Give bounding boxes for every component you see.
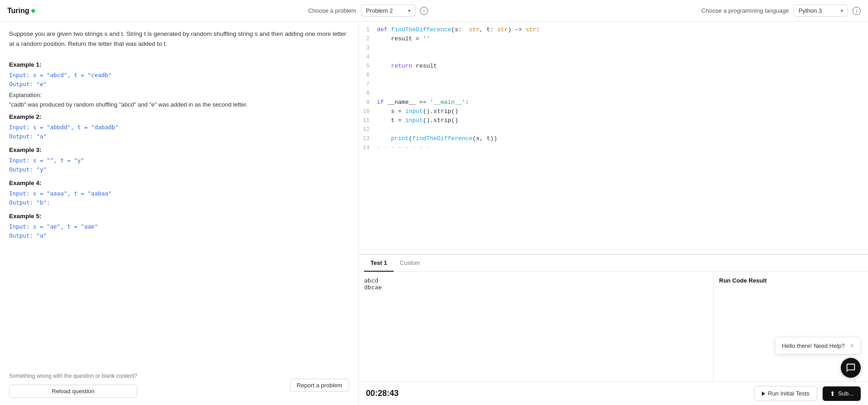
wrong-content-text: Something wrong with the question or bla… bbox=[9, 373, 137, 379]
code-line-2: 2 result = '' bbox=[359, 34, 868, 44]
line-number-8: 8 bbox=[359, 89, 377, 98]
upload-icon: ⬆ bbox=[830, 390, 835, 397]
run-button-label: Run Initial Tests bbox=[768, 390, 810, 397]
example-4-output: Output: "b": bbox=[9, 198, 349, 207]
line-number-7: 7 bbox=[359, 80, 377, 89]
example-2-title: Example 2: bbox=[9, 113, 349, 120]
test1-line2: dbcae bbox=[364, 284, 708, 291]
close-chat-icon[interactable]: × bbox=[850, 342, 854, 349]
example-5-title: Example 5: bbox=[9, 213, 349, 220]
problem-description: Suppose you are given two strings s and … bbox=[9, 29, 349, 49]
example-3-input: Input: s = "", t = "y" bbox=[9, 156, 349, 165]
example-3-title: Example 3: bbox=[9, 146, 349, 153]
code-line-9: 9 if __name__ == '__main__': bbox=[359, 98, 868, 107]
left-bottom-row: Something wrong with the question or bla… bbox=[9, 373, 349, 398]
problem-panel: Suppose you are given two strings s and … bbox=[0, 22, 359, 405]
code-line-7: 7 bbox=[359, 80, 868, 89]
run-initial-tests-button[interactable]: Run Initial Tests bbox=[754, 386, 818, 401]
footer: 00:28:43 Run Initial Tests ⬆ Sub... bbox=[359, 381, 868, 405]
line-number-14: 14 bbox=[359, 143, 377, 152]
example-5-output: Output: "a" bbox=[9, 231, 349, 240]
example-2-input: Input: s = "abbdd", t = "dabadb" bbox=[9, 123, 349, 132]
code-line-10: 10 s = input().strip() bbox=[359, 107, 868, 116]
example-5-input: Input: s = "ae", t = "aae" bbox=[9, 222, 349, 231]
example-3: Example 3: Input: s = "", t = "y" Output… bbox=[9, 141, 349, 174]
line-content-14: · · · · · · · · bbox=[377, 143, 868, 152]
tab-test1[interactable]: Test 1 bbox=[364, 255, 394, 272]
example-1: Example 1: Input: s = "abcd", t = "ceadb… bbox=[9, 56, 349, 108]
tab-custom[interactable]: Custom bbox=[394, 255, 427, 272]
code-line-12: 12 bbox=[359, 125, 868, 134]
line-content-10: s = input().strip() bbox=[377, 107, 868, 116]
language-dropdown[interactable]: Python 3 ▾ bbox=[794, 5, 848, 17]
example-2-output: Output: "a" bbox=[9, 132, 349, 141]
line-number-9: 9 bbox=[359, 98, 377, 107]
problem-dropdown[interactable]: Problem 2 ▾ bbox=[361, 5, 415, 17]
example-3-output: Output: "y" bbox=[9, 165, 349, 174]
line-number-11: 11 bbox=[359, 116, 377, 125]
example-1-explanation-label: Explanation: bbox=[9, 92, 349, 98]
line-number-4: 4 bbox=[359, 53, 377, 62]
line-number-12: 12 bbox=[359, 125, 377, 134]
chat-bubble-container: Hello there! Need Help? × bbox=[775, 337, 861, 378]
language-info-icon[interactable]: i bbox=[853, 7, 861, 15]
submit-button-label: Sub... bbox=[838, 390, 853, 397]
example-4: Example 4: Input: s = "aaaa", t = "aabaa… bbox=[9, 174, 349, 207]
header-center: Choose a problem Problem 2 ▾ i bbox=[40, 5, 696, 17]
line-number-2: 2 bbox=[359, 34, 377, 44]
code-line-13: 13 print(findTheDifference(s, t)) bbox=[359, 134, 868, 143]
example-1-title: Example 1: bbox=[9, 61, 349, 68]
line-content-1: def findTheDifference(s: str, t: str) ->… bbox=[377, 25, 868, 34]
line-number-5: 5 bbox=[359, 62, 377, 71]
example-5: Example 5: Input: s = "ae", t = "aae" Ou… bbox=[9, 207, 349, 240]
reload-question-button[interactable]: Reload question bbox=[9, 385, 137, 398]
line-content-2: result = '' bbox=[377, 34, 868, 44]
code-line-6: 6 bbox=[359, 71, 868, 80]
example-2: Example 2: Input: s = "abbdd", t = "daba… bbox=[9, 108, 349, 141]
code-line-3: 3 bbox=[359, 44, 868, 53]
timer: 00:28:43 bbox=[366, 389, 399, 398]
header: Turing Choose a problem Problem 2 ▾ i Ch… bbox=[0, 0, 868, 22]
chat-tooltip: Hello there! Need Help? × bbox=[775, 337, 861, 354]
submit-button[interactable]: ⬆ Sub... bbox=[823, 386, 861, 401]
logo-text: Turing bbox=[7, 7, 30, 15]
code-editor[interactable]: 1 def findTheDifference(s: str, t: str) … bbox=[359, 22, 868, 254]
code-editor-area[interactable]: 1 def findTheDifference(s: str, t: str) … bbox=[359, 22, 868, 254]
logo: Turing bbox=[7, 7, 35, 15]
test-input-panel[interactable]: abcd dbcae bbox=[359, 272, 714, 381]
test1-line1: abcd bbox=[364, 277, 708, 284]
chat-tooltip-text: Hello there! Need Help? bbox=[782, 342, 845, 349]
line-content-9: if __name__ == '__main__': bbox=[377, 98, 868, 107]
main-layout: Suppose you are given two strings s and … bbox=[0, 22, 868, 405]
code-line-11: 11 t = input().strip() bbox=[359, 116, 868, 125]
report-problem-button[interactable]: Report a problem bbox=[290, 379, 349, 392]
choose-language-label: Choose a programming language bbox=[701, 7, 789, 14]
line-number-1: 1 bbox=[359, 25, 377, 34]
left-bottom-col: Something wrong with the question or bla… bbox=[9, 373, 137, 398]
code-line-4: 4 bbox=[359, 53, 868, 62]
left-panel-footer: Something wrong with the question or bla… bbox=[9, 359, 349, 398]
chevron-down-icon: ▾ bbox=[841, 8, 843, 13]
play-icon bbox=[762, 391, 765, 396]
line-content-5: return result bbox=[377, 62, 868, 71]
example-1-explanation-text: "cadb" was produced by random shuffling … bbox=[9, 101, 349, 108]
example-1-output: Output: "e" bbox=[9, 80, 349, 89]
line-number-13: 13 bbox=[359, 134, 377, 143]
line-number-3: 3 bbox=[359, 44, 377, 53]
language-dropdown-value: Python 3 bbox=[799, 7, 822, 14]
problem-info-icon[interactable]: i bbox=[420, 7, 428, 15]
test-tabs: Test 1 Custom bbox=[359, 255, 868, 272]
chat-icon-button[interactable] bbox=[841, 358, 861, 378]
example-1-input: Input: s = "abcd", t = "ceadb" bbox=[9, 71, 349, 80]
logo-dot bbox=[31, 9, 35, 13]
code-line-1: 1 def findTheDifference(s: str, t: str) … bbox=[359, 25, 868, 34]
example-4-input: Input: s = "aaaa", t = "aabaa" bbox=[9, 189, 349, 198]
chevron-down-icon: ▾ bbox=[408, 8, 410, 13]
line-content-13: print(findTheDifference(s, t)) bbox=[377, 134, 868, 143]
problem-dropdown-value: Problem 2 bbox=[366, 7, 393, 14]
code-line-8: 8 bbox=[359, 89, 868, 98]
code-line-5: 5 return result bbox=[359, 62, 868, 71]
line-content-11: t = input().strip() bbox=[377, 116, 868, 125]
chat-icon bbox=[846, 363, 856, 373]
code-line-14: 14 · · · · · · · · bbox=[359, 143, 868, 152]
